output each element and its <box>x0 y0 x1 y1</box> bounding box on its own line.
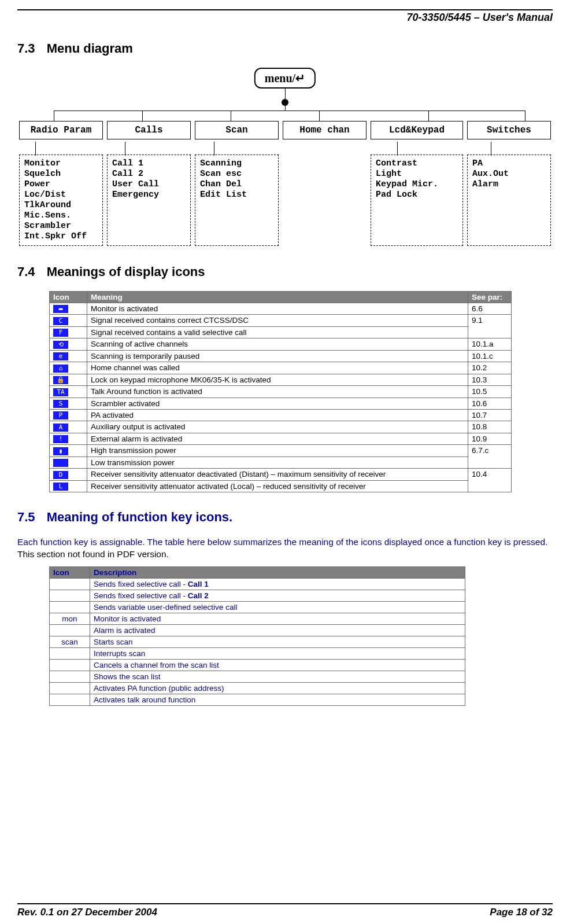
description-cell: Activates talk around function <box>90 694 465 705</box>
see-par-cell: 10.6 <box>468 397 512 409</box>
connector-line <box>428 111 429 121</box>
description-cell: Sends variable user-defined selective ca… <box>90 601 465 613</box>
display-icon: 🔒 <box>53 376 68 384</box>
menu-cat-radio-param: Radio Param <box>19 121 103 139</box>
icon-cell <box>50 682 90 694</box>
display-icon: ! <box>53 435 68 443</box>
icon-cell: scan <box>50 636 90 647</box>
menu-cat-lcd-keypad: Lcd&Keypad <box>371 121 463 139</box>
meaning-cell: Scanning of active channels <box>87 338 468 350</box>
connector-bar <box>54 111 525 111</box>
submenu-radio-param: Monitor Squelch Power Loc/Dist TlkAround… <box>19 154 103 246</box>
connector-dot <box>282 99 288 106</box>
icon-cell: ▬ <box>50 303 87 315</box>
table-row: Activates talk around function <box>50 694 465 705</box>
col-meaning: Meaning <box>87 292 468 303</box>
section-title: Meaning of function key icons. <box>47 510 232 524</box>
table-row: ▮High transmission power6.7.c <box>50 445 512 457</box>
para-note: This section not found in PDF version. <box>17 549 169 559</box>
table-row: SScrambler activated10.6 <box>50 397 512 409</box>
meaning-cell: Receiver sensitivity attenuator deactiva… <box>87 469 468 480</box>
meaning-cell: Receiver sensitivity attenuator activate… <box>87 480 468 492</box>
icon-cell: A <box>50 421 87 433</box>
table-row: Low transmission power <box>50 457 512 468</box>
see-par-cell: 6.7.c <box>468 445 512 469</box>
section-title: Menu diagram <box>47 41 133 56</box>
icon-cell: 🔒 <box>50 374 87 385</box>
meaning-cell: Scanning is temporarily paused <box>87 350 468 362</box>
table-row: PPA activated10.7 <box>50 409 512 421</box>
meaning-cell: Monitor is activated <box>87 303 468 315</box>
table-row: LReceiver sensitivity attenuator activat… <box>50 480 512 492</box>
table-row: 🔒Lock on keypad microphone MK06/35-K is … <box>50 374 512 385</box>
icon-cell: ⌂ <box>50 362 87 374</box>
meaning-cell: Signal received contains a valid selecti… <box>87 326 468 338</box>
footer-page: Page 18 of 32 <box>490 907 553 918</box>
icon-cell: C <box>50 315 87 326</box>
display-icon: ⌂ <box>53 365 68 373</box>
icon-cell: D <box>50 469 87 480</box>
table-row: TATalk Around function is activated10.5 <box>50 386 512 397</box>
see-par-cell: 6.6 <box>468 303 512 315</box>
table-row: Cancels a channel from the scan list <box>50 659 465 671</box>
see-par-cell: 9.1 <box>468 315 512 338</box>
table-row: Sends fixed selective call - Call 2 <box>50 590 465 601</box>
see-par-cell: 10.5 <box>468 386 512 397</box>
display-icon: P <box>53 411 68 419</box>
submenu-calls: Call 1 Call 2 User Call Emergency <box>107 154 191 246</box>
display-icon: ⟲ <box>53 341 68 349</box>
display-icon: ▬ <box>53 305 68 313</box>
section-7-5-paragraph: Each function key is assignable. The tab… <box>17 536 553 561</box>
description-cell: Shows the scan list <box>90 671 465 682</box>
meaning-cell: High transmission power <box>87 445 468 457</box>
footer-revision: Rev. 0.1 on 27 December 2004 <box>17 907 157 918</box>
icon-cell: S <box>50 397 87 409</box>
see-par-cell: 10.2 <box>468 362 512 374</box>
table-row: AAuxiliary output is activated10.8 <box>50 421 512 433</box>
page-header: 70-3350/5445 – User's Manual <box>17 12 553 24</box>
description-cell: Monitor is activated <box>90 613 465 624</box>
connector-line <box>525 111 525 121</box>
see-par-cell: 10.9 <box>468 433 512 444</box>
icon-cell: ▮ <box>50 445 87 457</box>
icon-cell <box>50 647 90 659</box>
icon-cell: ⟲ <box>50 338 87 350</box>
connector-line <box>142 111 143 121</box>
icon-cell: TA <box>50 386 87 397</box>
submenu-switches: PA Aux.Out Alarm <box>467 154 551 246</box>
connector-line <box>231 111 231 121</box>
description-cell: Starts scan <box>90 636 465 647</box>
meaning-cell: Auxiliary output is activated <box>87 421 468 433</box>
table-row: eScanning is temporarily paused10.1.c <box>50 350 512 362</box>
see-par-cell: 10.1.a <box>468 338 512 350</box>
table-row: Activates PA function (public address) <box>50 682 465 694</box>
table-row: ▬Monitor is activated6.6 <box>50 303 512 315</box>
para-lead: Each function key is assignable. The tab… <box>17 537 547 547</box>
section-title: Meanings of display icons <box>47 264 205 279</box>
description-cell: Activates PA function (public address) <box>90 682 465 694</box>
submenu-lcd-keypad: Contrast Light Keypad Micr. Pad Lock <box>371 154 463 246</box>
connector-line <box>491 142 491 156</box>
section-7-4-heading: 7.4 Meanings of display icons <box>17 264 553 279</box>
description-cell: Sends fixed selective call - Call 1 <box>90 578 465 590</box>
icon-cell: ! <box>50 433 87 444</box>
meaning-cell: Talk Around function is activated <box>87 386 468 397</box>
function-key-icons-table: Icon Description Sends fixed selective c… <box>49 566 465 706</box>
connector-line <box>397 142 398 156</box>
meaning-cell: PA activated <box>87 409 468 421</box>
submenu-home-spacer <box>283 154 367 246</box>
see-par-cell: 10.7 <box>468 409 512 421</box>
menu-cat-switches: Switches <box>467 121 551 139</box>
display-icon: e <box>53 352 68 360</box>
display-icon: F <box>53 329 68 337</box>
table-row: Shows the scan list <box>50 671 465 682</box>
meaning-cell: Lock on keypad microphone MK06/35-K is a… <box>87 374 468 385</box>
see-par-cell: 10.1.c <box>468 350 512 362</box>
table-row: !External alarm is activated10.9 <box>50 433 512 444</box>
section-7-3-heading: 7.3 Menu diagram <box>17 41 553 56</box>
meaning-cell: Signal received contains correct CTCSS/D… <box>87 315 468 326</box>
icon-cell <box>50 694 90 705</box>
display-icon: TA <box>53 388 68 396</box>
display-icon: A <box>53 424 68 432</box>
description-cell: Sends fixed selective call - Call 2 <box>90 590 465 601</box>
